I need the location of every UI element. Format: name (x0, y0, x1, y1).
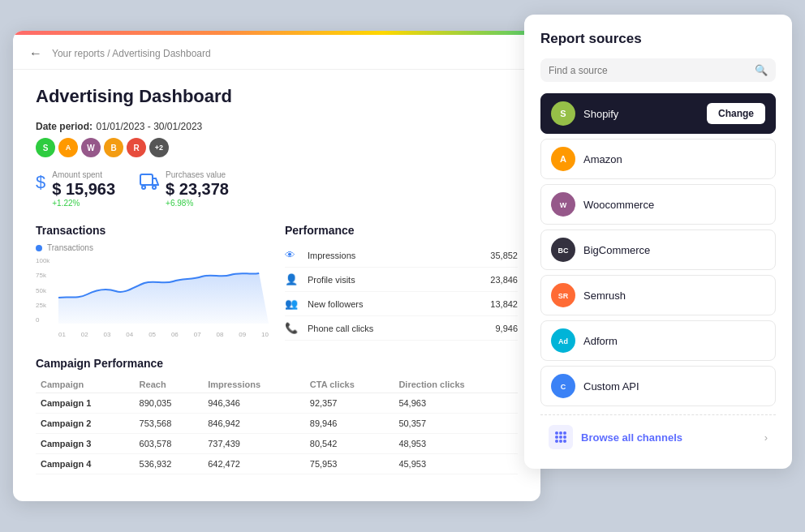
svg-point-2 (153, 186, 156, 189)
svg-point-20 (555, 435, 558, 439)
chart-x-labels: 01 02 03 04 05 06 07 08 09 10 (58, 331, 269, 338)
perf-row-impressions: 👁 Impressions 35,852 (285, 243, 518, 268)
phone-icon: 📞 (285, 322, 301, 334)
source-item-amazon[interactable]: AAmazon (540, 139, 776, 179)
col-reach: Reach (135, 376, 204, 393)
source-item-name: Semrush (583, 290, 765, 302)
dashboard-body: Advertising Dashboard Date period: 01/01… (13, 70, 540, 491)
panel-card: Report sources 🔍 SShopifyChangeAAmazonWW… (524, 15, 792, 469)
svg-text:Ad: Ad (558, 337, 568, 345)
source-icon-more: +2 (149, 138, 169, 157)
perf-row-followers: 👥 New followers 13,842 (285, 292, 518, 316)
source-icon-woo: W (81, 138, 101, 157)
svg-point-23 (555, 440, 558, 443)
performance-title: Performance (285, 224, 518, 237)
dashboard-header: ← Your reports / Advertising Dashboard (13, 35, 540, 70)
svg-point-1 (142, 186, 145, 189)
source-item-name: Woocommerce (583, 199, 765, 211)
svg-point-18 (559, 431, 562, 435)
source-item-shopify[interactable]: SShopifyChange (540, 93, 776, 134)
eye-icon: 👁 (285, 249, 301, 261)
perf-label-impressions: Impressions (308, 251, 490, 260)
metric-value-purchases: $ 23,378 (166, 181, 229, 197)
campaign-table: Campaign Reach Impressions CTA clicks Di… (36, 376, 518, 474)
source-item-custom-api[interactable]: CCustom API (540, 366, 776, 406)
svg-text:C: C (561, 383, 566, 391)
metric-purchases: Purchases value $ 23,378 +6.98% (140, 170, 229, 208)
panel-title: Report sources (540, 31, 776, 47)
perf-value-phone: 9,946 (495, 324, 518, 333)
search-icon: 🔍 (755, 64, 768, 76)
date-label: Date period: (36, 121, 93, 132)
table-row: Campaign 1890,035946,34692,35754,963 (36, 393, 518, 414)
scene: ← Your reports / Advertising Dashboard A… (13, 15, 792, 517)
browse-label: Browse all channels (581, 431, 764, 444)
perf-row-profile: 👤 Profile visits 23,846 (285, 268, 518, 292)
svg-point-22 (563, 435, 566, 439)
breadcrumb: Your reports / Advertising Dashboard (52, 48, 211, 59)
table-row: Campaign 2753,568846,94289,94650,357 (36, 414, 518, 434)
perf-label-followers: New followers (308, 299, 490, 309)
metric-value-amount: $ 15,963 (52, 181, 115, 197)
metrics-row: $ Amount spent $ 15,963 +1.22% (36, 170, 518, 208)
col-cta: CTA clicks (305, 376, 394, 393)
performance-section: Performance 👁 Impressions 35,852 👤 Profi… (285, 224, 518, 341)
metric-label-amount: Amount spent (52, 170, 115, 179)
source-icon-bigcommerce: BC (551, 238, 575, 262)
col-impressions: Impressions (203, 376, 305, 393)
browse-channels-row[interactable]: Browse all channels › (540, 414, 776, 459)
source-item-name: Adform (583, 335, 765, 347)
svg-point-21 (559, 435, 562, 439)
col-campaign: Campaign (36, 376, 135, 393)
svg-rect-0 (140, 174, 153, 185)
table-row: Campaign 4536,932642,47275,95345,953 (36, 454, 518, 474)
dashboard-card: ← Your reports / Advertising Dashboard A… (13, 31, 540, 501)
profile-icon: 👤 (285, 273, 301, 285)
source-item-name: Shopify (583, 108, 707, 120)
cart-icon (140, 172, 159, 196)
metric-change-purchases: +6.98% (166, 199, 229, 208)
metric-amount-spent: $ Amount spent $ 15,963 +1.22% (36, 170, 115, 208)
source-item-adform[interactable]: AdAdform (540, 320, 776, 361)
back-button[interactable]: ← (29, 46, 42, 61)
source-icon-semrush: R (127, 138, 146, 157)
svg-point-24 (559, 440, 562, 443)
source-icon-amazon: A (551, 147, 575, 171)
change-button[interactable]: Change (707, 103, 765, 124)
legend-label: Transactions (47, 243, 93, 252)
source-item-woocommerce[interactable]: WWoocommerce (540, 184, 776, 225)
source-icon-shopify: S (36, 138, 55, 157)
campaign-section: Campaign Performance Campaign Reach Impr… (36, 357, 518, 474)
chart-title: Transactions (36, 224, 269, 237)
svg-point-19 (563, 431, 566, 435)
source-icon-custom-api: C (551, 374, 575, 398)
source-icon-amazon: A (58, 138, 78, 157)
source-item-bigcommerce[interactable]: BCBigCommerce (540, 230, 776, 270)
date-value: 01/01/2023 - 30/01/2023 (96, 121, 202, 132)
search-input[interactable] (549, 65, 748, 76)
search-box[interactable]: 🔍 (540, 58, 776, 82)
page-title: Advertising Dashboard (36, 86, 518, 107)
svg-text:SR: SR (558, 292, 569, 300)
chart-legend: Transactions (36, 243, 269, 252)
col-direction: Direction clicks (394, 376, 518, 393)
source-item-semrush[interactable]: SRSemrush (540, 275, 776, 315)
source-icon-adform: Ad (551, 328, 575, 353)
legend-dot (36, 245, 42, 251)
svg-text:S: S (560, 109, 566, 118)
perf-label-profile: Profile visits (308, 275, 490, 285)
browse-arrow-icon: › (764, 431, 768, 444)
browse-icon (549, 425, 573, 449)
followers-icon: 👥 (285, 298, 301, 310)
source-icon-shopify: S (551, 101, 575, 126)
source-icons: S A W B R +2 (36, 138, 518, 157)
two-col-section: Transactions Transactions 100k 75k 50k 2… (36, 224, 518, 341)
svg-text:W: W (560, 201, 567, 209)
svg-point-17 (555, 431, 558, 435)
perf-value-profile: 23,846 (490, 275, 518, 285)
svg-text:A: A (560, 154, 566, 164)
svg-text:BC: BC (558, 247, 569, 255)
source-icon-semrush: SR (551, 283, 575, 307)
metric-change-amount: +1.22% (52, 199, 115, 208)
source-item-name: BigCommerce (583, 244, 765, 256)
